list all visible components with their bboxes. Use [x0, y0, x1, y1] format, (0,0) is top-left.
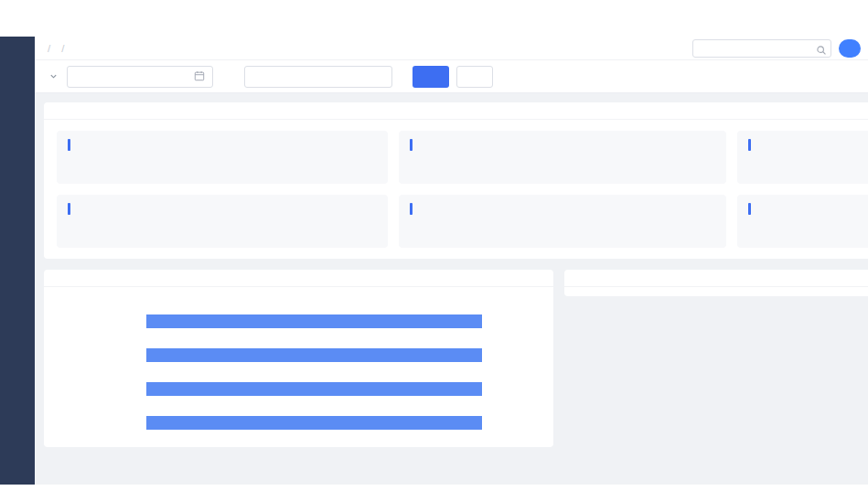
- inventory-icon: [11, 195, 25, 208]
- order-icon: [11, 107, 25, 121]
- bottom-row: [44, 270, 868, 447]
- rank-bar: [146, 416, 482, 430]
- beginner-guide-button[interactable]: [839, 39, 861, 58]
- gear-icon: [11, 253, 25, 267]
- sidebar-item-data[interactable]: [3, 132, 32, 157]
- sidebar: [0, 37, 35, 485]
- calendar-icon: [194, 70, 205, 83]
- bar-track: [146, 348, 482, 362]
- supply-chain-icon: [11, 165, 25, 179]
- stat-sales-amount: [737, 131, 868, 184]
- stat-accent-bar: [748, 139, 751, 151]
- trend-badge-icon: [359, 203, 377, 221]
- order-customers-card: [564, 270, 868, 296]
- stat-label-row: [68, 203, 377, 215]
- table-row: [57, 304, 541, 338]
- breadcrumb-separator: /: [48, 43, 50, 54]
- order-customers-line-chart: [564, 287, 868, 296]
- bar-track: [146, 382, 482, 396]
- rank-bar: [146, 314, 482, 328]
- stat-label-row: [748, 139, 868, 151]
- sidebar-nav: [0, 60, 35, 274]
- date-range-picker[interactable]: [67, 66, 213, 88]
- app-window: / /: [0, 37, 868, 485]
- stat-label-row: [68, 139, 377, 151]
- stat-accent-bar: [410, 139, 413, 151]
- stat-accent-bar: [748, 203, 751, 215]
- marketing-tag-icon: [11, 224, 25, 238]
- stat-label-row: [748, 203, 868, 215]
- stat-label-row: [410, 203, 715, 215]
- stat-gross-profit: [57, 195, 388, 248]
- stat-label-row: [410, 139, 715, 151]
- merchant-search-input[interactable]: [252, 71, 384, 82]
- stat-badge-icon: [862, 139, 868, 157]
- main-area: / /: [35, 37, 868, 485]
- global-search-input[interactable]: [692, 39, 831, 58]
- brand-logo: [0, 37, 35, 60]
- bar-track: [146, 314, 482, 328]
- filter-bar: [35, 60, 868, 93]
- stat-accent-bar: [68, 139, 70, 151]
- table-row: [57, 406, 541, 440]
- sidebar-bottom: [0, 446, 35, 485]
- topbar: / /: [35, 37, 868, 60]
- customer-ranking-card: [44, 270, 553, 447]
- yuan-badge-icon: [697, 139, 715, 157]
- merchant-search-field: [244, 66, 392, 88]
- sidebar-item-orders[interactable]: [3, 102, 32, 128]
- customer-ranking-table: [44, 287, 553, 447]
- breadcrumb-separator: /: [61, 43, 64, 54]
- stats-grid: [44, 120, 868, 259]
- stat-repurchase-rate: [737, 195, 868, 248]
- sidebar-item-app-center[interactable]: [3, 446, 32, 472]
- stat-accent-bar: [410, 203, 413, 215]
- stat-badge-icon: [862, 203, 868, 221]
- stat-accent-bar: [68, 203, 70, 215]
- export-button[interactable]: [456, 66, 493, 88]
- goods-icon: [11, 78, 25, 91]
- data-chart-icon: [11, 136, 25, 150]
- stat-order-amount: [399, 131, 726, 184]
- chevron-down-icon: [49, 71, 58, 82]
- search-button[interactable]: [413, 66, 449, 88]
- stat-avg-order-value: [399, 195, 726, 248]
- sidebar-item-marketing[interactable]: [3, 219, 32, 245]
- content-area: [35, 93, 868, 485]
- table-row: [57, 338, 541, 372]
- date-range-input[interactable]: [75, 71, 190, 82]
- table-row: [57, 372, 541, 406]
- customer-ranking-title: [44, 270, 553, 287]
- customer-badge-icon: [359, 139, 377, 157]
- order-customers-title: [564, 270, 868, 287]
- bar-track: [146, 416, 482, 430]
- rank-bar: [146, 382, 482, 396]
- date-type-dropdown[interactable]: [46, 71, 58, 82]
- sidebar-item-inventory[interactable]: [3, 190, 32, 216]
- search-icon[interactable]: [816, 43, 827, 54]
- sales-data-card: [44, 102, 868, 259]
- topbar-right: [692, 39, 861, 58]
- app-center-grid-icon: [11, 451, 25, 464]
- global-search: [692, 39, 831, 58]
- sidebar-item-supply-chain[interactable]: [3, 161, 32, 187]
- tag-badge-icon: [697, 203, 715, 221]
- sales-data-title: [44, 102, 868, 120]
- stat-order-customer-count: [57, 131, 388, 184]
- rank-bar: [146, 348, 482, 362]
- breadcrumb: / /: [42, 43, 70, 54]
- sidebar-item-goods[interactable]: [3, 73, 32, 99]
- sidebar-item-system[interactable]: [3, 249, 32, 274]
- ranking-table-header: [57, 289, 541, 304]
